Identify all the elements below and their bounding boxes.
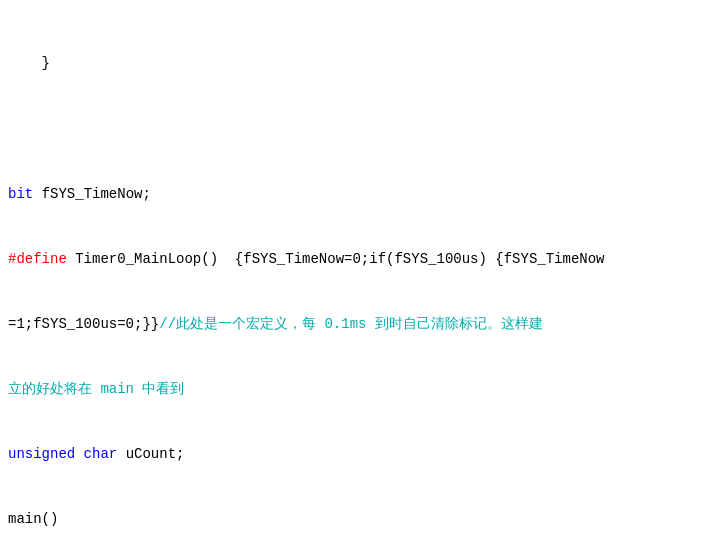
line-bit-decl: bit fSYS_TimeNow; — [8, 184, 708, 206]
line-unsigned-char: unsigned char uCount; — [8, 444, 708, 466]
line-closing-brace: } — [8, 53, 708, 75]
line-define2: =1;fSYS_100us=0;}}//此处是一个宏定义，每 0.1ms 到时自… — [8, 314, 708, 336]
line-define3: 立的好处将在 main 中看到 — [8, 379, 708, 401]
line-define1: #define Timer0_MainLoop() {fSYS_TimeNow=… — [8, 249, 708, 271]
line-blank1 — [8, 118, 708, 140]
code-container: } bit fSYS_TimeNow; #define Timer0_MainL… — [8, 10, 708, 553]
line-main: main() — [8, 509, 708, 531]
